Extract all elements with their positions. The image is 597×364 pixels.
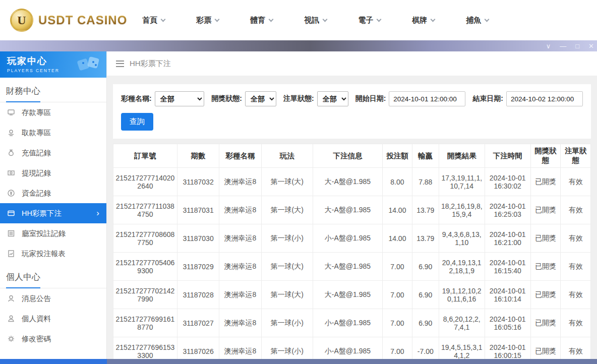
sidebar-item-withdrawal-records[interactable]: 提現記錄 (0, 163, 106, 183)
nav-item-label: 棋牌 (412, 16, 427, 25)
order-status-select[interactable]: 全部 (317, 91, 348, 106)
sidebar-item-label: 修改密碼 (22, 334, 51, 344)
table-row: 215217277705406930031187029澳洲幸运8第一球(大)大-… (113, 253, 591, 281)
deposit-icon (7, 108, 15, 116)
column-header: 彩種名稱 (219, 144, 261, 168)
nav-item-cards[interactable]: 棋牌 (412, 16, 435, 25)
table-cell: 8,6,20,12,2,7,4,1 (439, 309, 485, 337)
sidebar-item-hh-lottery-bets[interactable]: HH彩票下注 › (0, 203, 106, 223)
table-cell: 澳洲幸运8 (219, 168, 261, 196)
table-cell: 已開獎 (530, 168, 561, 196)
sidebar-item-label: 取款專區 (22, 128, 51, 138)
column-header: 下注時間 (485, 144, 530, 168)
sidebar-item-funds-records[interactable]: 資金記錄 (0, 183, 106, 203)
nav-item-lottery[interactable]: 彩票 (196, 16, 219, 25)
table-cell: 有效 (561, 196, 591, 224)
nav-item-fishing[interactable]: 捕魚 (466, 16, 489, 25)
minimize-icon[interactable]: — (560, 43, 566, 49)
nav-item-label: 彩票 (196, 16, 211, 25)
nav-item-label: 捕魚 (466, 16, 481, 25)
column-header: 輸贏 (412, 144, 439, 168)
table-cell: 17,3,19,11,1,10,7,14 (439, 168, 485, 196)
nav-item-slots[interactable]: 電子 (358, 16, 381, 25)
table-cell: 18,2,16,19,8,15,9,4 (439, 196, 485, 224)
table-cell: -7.00 (412, 337, 439, 359)
nav-item-video[interactable]: 視訊 (304, 16, 327, 25)
table-cell: 已開獎 (530, 309, 561, 337)
bottom-bar-scroll[interactable] (107, 359, 597, 364)
column-header: 期數 (177, 144, 219, 168)
top-header: U USDT CASINO 首頁 彩票 體育 視訊 電子 (0, 0, 597, 40)
ticket-icon (7, 209, 15, 217)
maximize-icon[interactable]: □ (575, 43, 579, 49)
sidebar-item-label: 個人資料 (22, 314, 51, 324)
sidebar-item-label: 充值記錄 (22, 148, 51, 158)
table-cell: 6.90 (412, 309, 439, 337)
hamburger-icon[interactable] (116, 60, 124, 67)
sidebar-item-player-bet-report[interactable]: 玩家投注報表 (0, 244, 106, 264)
moneybag-icon (7, 149, 15, 157)
sidebar-item-deposit[interactable]: 存款專區 (0, 102, 106, 123)
table-cell: 已開獎 (530, 337, 561, 359)
table-cell: 2024-10-01 16:00:15 (485, 337, 530, 359)
table-cell: 14.00 (383, 224, 412, 253)
table-cell: 大-A盤@1.985 (313, 196, 382, 224)
sidebar-item-announcements[interactable]: 消息公告 (0, 288, 106, 309)
banknote-icon (7, 169, 15, 177)
nav-item-home[interactable]: 首頁 (142, 16, 165, 25)
brand-logo[interactable]: U USDT CASINO (10, 9, 127, 32)
chevron-down-icon (323, 17, 328, 22)
table-cell: 7.00 (383, 309, 412, 337)
sidebar-item-room-bet-records[interactable]: 廳室投註記錄 (0, 223, 106, 244)
sidebar-item-profile[interactable]: 個人資料 (0, 309, 106, 329)
nav-item-label: 體育 (250, 16, 265, 25)
table-cell: 19,4,5,15,3,14,1,2 (439, 337, 485, 359)
sidebar-item-label: 消息公告 (22, 294, 51, 304)
table-row: 215217277699161877031187027澳洲幸运8第一球(小)小-… (113, 309, 591, 337)
end-date-input[interactable] (506, 91, 583, 106)
table-cell: 大-A盤@1.985 (313, 281, 382, 309)
table-cell: 20,4,19,13,12,18,1,9 (439, 253, 485, 281)
table-cell: 13.79 (412, 196, 439, 224)
column-header: 開獎結果 (439, 144, 485, 168)
chevron-down-icon (215, 17, 220, 22)
table-cell: 31187031 (177, 196, 219, 224)
query-button[interactable]: 查詢 (121, 113, 153, 131)
table-cell: 31187032 (177, 168, 219, 196)
table-cell: 有效 (561, 253, 591, 281)
sidebar-item-recharge-records[interactable]: 充值記錄 (0, 143, 106, 163)
lottery-name-select[interactable]: 全部 (155, 91, 205, 106)
draw-status-label: 開獎狀態: (211, 94, 242, 103)
column-header: 注單狀態 (561, 144, 591, 168)
collapse-icon[interactable]: ∨ (546, 43, 551, 49)
table-cell: 2152172777054069300 (113, 253, 177, 281)
table-cell: 澳洲幸运8 (219, 196, 261, 224)
breadcrumb: HH彩票下注 (107, 51, 597, 76)
sidebar-item-withdraw[interactable]: 取款專區 (0, 123, 106, 143)
chevron-down-icon (269, 17, 274, 22)
withdraw-icon (7, 129, 15, 137)
close-icon[interactable]: ✕ (588, 43, 594, 49)
table-cell: 7.88 (412, 168, 439, 196)
bets-table-card: 訂單號期數彩種名稱玩法下注信息投注額輸贏開獎結果下注時間開獎狀態注單狀態 215… (113, 144, 591, 359)
table-row: 215217277711038475031187031澳洲幸运8第一球(大)大-… (113, 196, 591, 224)
table-cell: 2024-10-01 16:21:00 (485, 224, 530, 253)
page-title: HH彩票下注 (130, 59, 171, 69)
table-cell: 6.90 (412, 281, 439, 309)
sidebar-item-change-password[interactable]: 修改密碼 (0, 329, 106, 349)
table-cell: 已開獎 (530, 281, 561, 309)
sidebar-item-label: HH彩票下注 (22, 209, 62, 218)
table-row: 215217277714020264031187032澳洲幸运8第一球(大)大-… (113, 168, 591, 196)
table-cell: 大-A盤@1.985 (313, 168, 382, 196)
table-cell: 第一球(大) (261, 281, 313, 309)
sidebar-item-label: 資金記錄 (22, 189, 51, 198)
table-cell: 第一球(小) (261, 337, 313, 359)
draw-status-select[interactable]: 全部 (245, 91, 276, 106)
column-header: 開獎狀態 (530, 144, 561, 168)
report-icon (7, 250, 15, 258)
table-cell: 2152172777021427990 (113, 281, 177, 309)
table-cell: 7.00 (383, 281, 412, 309)
nav-item-sports[interactable]: 體育 (250, 16, 273, 25)
start-date-input[interactable] (389, 91, 465, 106)
table-cell: 有效 (561, 337, 591, 359)
